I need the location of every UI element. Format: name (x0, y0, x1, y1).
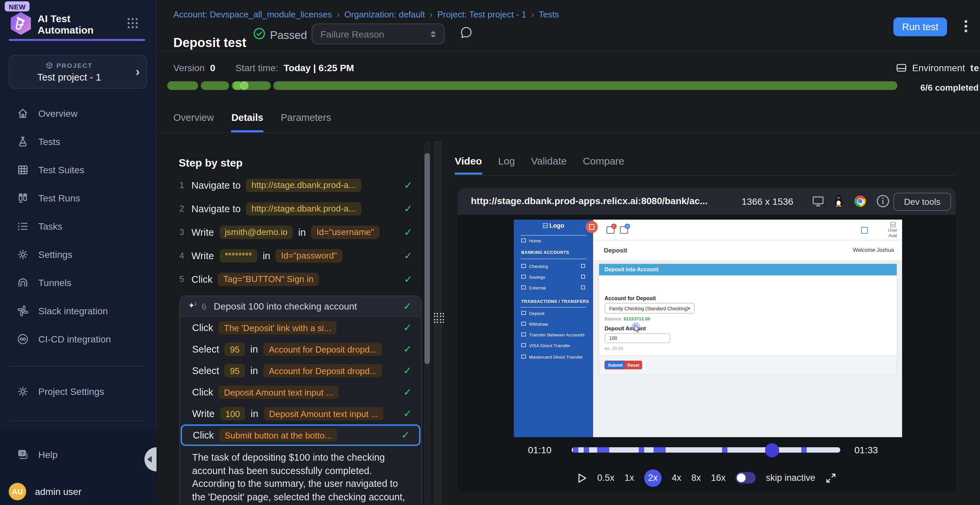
substep-row[interactable]: Select 95 in Account for Deposit dropd..… (180, 360, 421, 381)
tab-overview[interactable]: Overview (173, 112, 214, 132)
breadcrumb-project[interactable]: Project: Test project - 1 (437, 10, 526, 19)
panel-resize-handle[interactable] (434, 313, 444, 323)
timeline-marker (584, 447, 589, 453)
sidebar-item-settings[interactable]: Settings (0, 240, 156, 268)
checkbox-icon[interactable] (861, 227, 868, 234)
breadcrumb-tests[interactable]: Tests (539, 10, 559, 19)
sidebar-item-overview[interactable]: Overview (0, 99, 156, 128)
account-for-deposit-label: Account for Deposit (605, 295, 656, 302)
sidebar-item-test-runs[interactable]: Test Runs (0, 184, 156, 212)
sidebar-item-project-settings[interactable]: Project Settings (0, 377, 156, 406)
tab-details[interactable]: Details (231, 112, 263, 132)
step-success-icon: ✓ (404, 249, 422, 262)
substep-row[interactable]: Click Deposit Amount text input ... ✓ (180, 381, 421, 403)
speed-4x[interactable]: 4x (672, 473, 681, 483)
step-row[interactable]: 3 Write jsmith@demo.io in Id="username" … (179, 220, 422, 244)
recording-indicator (586, 221, 598, 233)
sidebar-item-tests[interactable]: Tests (0, 128, 156, 156)
checkbox-icon (581, 264, 585, 268)
skip-inactive-toggle[interactable] (736, 472, 756, 483)
bank-nav-checking[interactable]: Checking (514, 262, 593, 269)
bank-nav-mastercard-transfer[interactable]: Mastercard Direct Transfer (514, 353, 593, 360)
speed-0.5x[interactable]: 0.5x (597, 473, 614, 483)
bank-nav-visa-transfer[interactable]: VISA Direct Transfer (514, 342, 593, 349)
step-action: Write (191, 227, 214, 237)
sidebar-item-help[interactable]: ? Help (0, 440, 156, 469)
step-group-header[interactable]: ✦ⁱ 6 Deposit 100 into checking account ✓ (180, 296, 421, 317)
sidebar-item-slack-integration[interactable]: Slack integration (0, 297, 156, 325)
sidebar: NEW AI Test Automation PROJECT Test proj… (0, 0, 156, 505)
substep-row[interactable]: Select 95 in Account for Deposit dropd..… (180, 338, 421, 360)
tab-log[interactable]: Log (498, 155, 515, 175)
bank-nav-withdraw[interactable]: Withdraw (514, 320, 593, 327)
version-label: Version (173, 62, 205, 73)
step-row[interactable]: 4 Write ******** in Id="password" ✓ (179, 244, 422, 267)
user-menu[interactable]: AU admin user (9, 483, 82, 500)
tab-validate[interactable]: Validate (531, 155, 566, 175)
status-badge: Passed (270, 29, 307, 41)
speed-16x[interactable]: 16x (711, 473, 726, 483)
columns-icon (17, 192, 29, 204)
comment-icon[interactable] (460, 25, 474, 40)
failure-reason-select[interactable]: Failure Reason (312, 24, 445, 44)
sidebar-item-tasks[interactable]: Tasks (0, 212, 156, 240)
account-for-deposit-select[interactable]: Family Checking (Standard Checking) (605, 303, 695, 314)
tab-compare[interactable]: Compare (583, 155, 624, 175)
play-icon[interactable] (577, 472, 587, 483)
account-select-value: Family Checking (Standard Checking) (609, 306, 689, 311)
step-number: 3 (179, 227, 186, 237)
speed-1x[interactable]: 1x (624, 473, 634, 483)
run-test-button[interactable]: Run test (893, 17, 947, 36)
steps-scrollbar-thumb[interactable] (425, 153, 430, 364)
step-target-badge: Deposit Amount text input ... (219, 386, 339, 399)
bank-tab-icon[interactable]: 0 (606, 226, 615, 234)
video-resolution: 1366 x 1536 (741, 196, 793, 207)
tab-video[interactable]: Video (455, 155, 482, 175)
video-duration: 01:33 (854, 445, 878, 455)
speed-2x-active[interactable]: 2x (644, 469, 662, 486)
bank-nav-home[interactable]: Home (514, 237, 593, 244)
environment-label: Environment (912, 62, 965, 73)
apps-grid-icon[interactable] (127, 18, 138, 29)
mouse-cursor-icon (634, 325, 641, 333)
submit-button[interactable]: Submit (605, 360, 626, 369)
video-timeline-track[interactable] (572, 447, 840, 453)
reset-button[interactable]: Reset (625, 360, 642, 369)
bank-section-banking: BANKING ACCOUNTS (521, 250, 569, 254)
bank-tab-icon[interactable]: 0 (620, 226, 628, 234)
info-icon[interactable] (876, 194, 890, 208)
passed-check-icon (253, 27, 265, 40)
breadcrumb-account[interactable]: Account: Devspace_all_module_licenses (173, 10, 332, 19)
bank-nav-savings[interactable]: Savings (514, 273, 593, 280)
speed-8x[interactable]: 8x (691, 473, 701, 483)
sidebar-item-cicd-integration[interactable]: CI-CD integration (0, 325, 156, 353)
step-row[interactable]: 2 Navigate to http://stage.dbank.prod-a.… (179, 197, 422, 220)
deposit-amount-input[interactable]: 100 (605, 333, 670, 343)
substep-row[interactable]: Click The 'Deposit' link with a si... ✓ (180, 317, 421, 338)
breadcrumb-organization[interactable]: Organization: default (344, 10, 425, 19)
step-number: 1 (179, 180, 186, 190)
step-success-icon: ✓ (404, 273, 422, 285)
sidebar-item-label: Slack integration (38, 306, 108, 316)
sidebar-item-test-suites[interactable]: Test Suites (0, 156, 156, 184)
sidebar-item-tunnels[interactable]: Tunnels (0, 268, 156, 297)
steps-list: 1 Navigate to http://stage.dbank.prod-a.… (179, 173, 422, 291)
tab-parameters[interactable]: Parameters (281, 112, 331, 132)
substep-row-selected[interactable]: Click Submit button at the botto... ✓ (181, 424, 420, 446)
bank-nav-transfer[interactable]: Transfer Between Accounts (514, 331, 593, 338)
bank-nav-deposit[interactable]: Deposit (514, 310, 593, 316)
timeline-playhead[interactable] (765, 443, 779, 457)
breadcrumb: Account: Devspace_all_module_licenses›Or… (173, 10, 559, 19)
kebab-menu-icon[interactable] (964, 20, 967, 34)
app-title: AI Test Automation (38, 13, 117, 36)
checkbox-icon (521, 322, 526, 326)
fullscreen-icon[interactable] (826, 472, 836, 483)
substep-row[interactable]: Write 100 in Deposit Amount text input .… (180, 403, 421, 424)
project-selector[interactable]: PROJECT Test project - 1 › (9, 55, 147, 89)
step-number: 4 (179, 251, 186, 260)
step-row[interactable]: 5 Click Tag="BUTTON" Sign in ✓ (179, 267, 422, 291)
step-value-badge: http://stage.dbank.prod-a... (246, 202, 361, 215)
step-row[interactable]: 1 Navigate to http://stage.dbank.prod-a.… (179, 173, 422, 197)
bank-nav-external[interactable]: External (514, 284, 593, 291)
dev-tools-button[interactable]: Dev tools (893, 192, 951, 211)
